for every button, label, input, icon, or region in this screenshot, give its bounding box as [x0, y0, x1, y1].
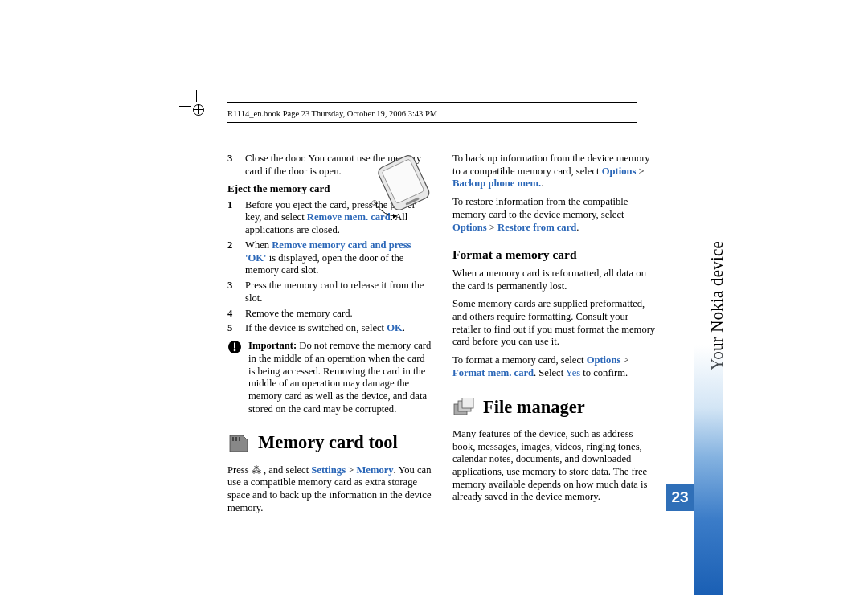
backup-paragraph: To back up information from the device m…: [452, 153, 657, 190]
svg-marker-4: [393, 214, 397, 219]
list-item: 3 Press the memory card to release it fr…: [227, 280, 432, 304]
device-illustration: ③: [366, 150, 439, 224]
file-manager-paragraph: Many features of the device, such as add…: [452, 428, 657, 504]
restore-paragraph: To restore information from the compatib…: [452, 196, 657, 234]
important-text: Important: Do not remove the memory card…: [248, 340, 432, 415]
memory-card-tool-paragraph: Press ⁂ , and select Settings > Memory. …: [227, 464, 432, 515]
svg-rect-9: [235, 437, 237, 441]
ui-path: Format mem. card: [452, 367, 534, 378]
memory-card-icon: [227, 434, 250, 453]
header-rule-bottom: [227, 122, 637, 123]
list-item: 5 If the device is switched on, select O…: [227, 322, 432, 335]
step-number: 5: [227, 322, 237, 335]
ui-path: Memory: [356, 464, 393, 476]
menu-key-icon: ⁂: [252, 464, 261, 476]
svg-rect-6: [234, 343, 235, 349]
file-manager-icon: [452, 398, 475, 417]
ui-path: OK: [387, 322, 403, 333]
important-icon: [227, 340, 242, 354]
step-number: 3: [227, 153, 237, 178]
manual-page: R1114_en.book Page 23 Thursday, October …: [0, 0, 868, 613]
thumb-tab: [694, 345, 723, 595]
crop-mark: [198, 109, 200, 112]
memory-card-tool-heading-row: Memory card tool: [227, 431, 432, 454]
ui-path: Options: [602, 166, 637, 177]
important-note: Important: Do not remove the memory card…: [227, 340, 432, 415]
file-manager-heading-row: File manager: [452, 396, 657, 419]
right-column: To back up information from the device m…: [452, 153, 657, 509]
step-text: When Remove memory card and press 'OK' i…: [245, 239, 432, 277]
svg-point-7: [234, 349, 236, 352]
ui-path: Options: [452, 222, 487, 233]
list-item: 4 Remove the memory card.: [227, 308, 432, 321]
format-info: Some memory cards are supplied preformat…: [452, 298, 657, 349]
file-manager-heading: File manager: [483, 396, 585, 419]
ui-path: Settings: [311, 464, 346, 476]
svg-rect-8: [232, 437, 234, 441]
format-howto: To format a memory card, select Options …: [452, 354, 657, 379]
left-column: ③ 3 Close the door. You cannot use the m…: [227, 153, 432, 521]
step-number: 1: [227, 199, 237, 237]
svg-rect-13: [462, 398, 473, 408]
crop-tick: [179, 106, 191, 107]
ui-path: Options: [587, 354, 621, 366]
step-text: Press the memory card to release it from…: [245, 280, 432, 304]
ui-path: Backup phone mem.: [452, 178, 541, 189]
step-text: Remove the memory card.: [245, 308, 432, 321]
step-number: 4: [227, 308, 237, 321]
header-rule-top: [227, 102, 637, 103]
format-heading: Format a memory card: [452, 247, 657, 262]
ui-path: Yes: [566, 367, 580, 378]
format-warning: When a memory card is reformatted, all d…: [452, 268, 657, 292]
header-text: R1114_en.book Page 23 Thursday, October …: [227, 109, 437, 118]
crop-tick: [196, 90, 197, 102]
svg-rect-10: [239, 437, 240, 441]
step-number: 2: [227, 239, 237, 277]
memory-card-tool-heading: Memory card tool: [258, 431, 398, 454]
step-text: If the device is switched on, select OK.: [245, 322, 432, 335]
list-item: 2 When Remove memory card and press 'OK'…: [227, 239, 432, 277]
page-number: 23: [666, 484, 694, 511]
ui-path: Restore from card: [497, 222, 576, 233]
step-number: 3: [227, 280, 237, 304]
